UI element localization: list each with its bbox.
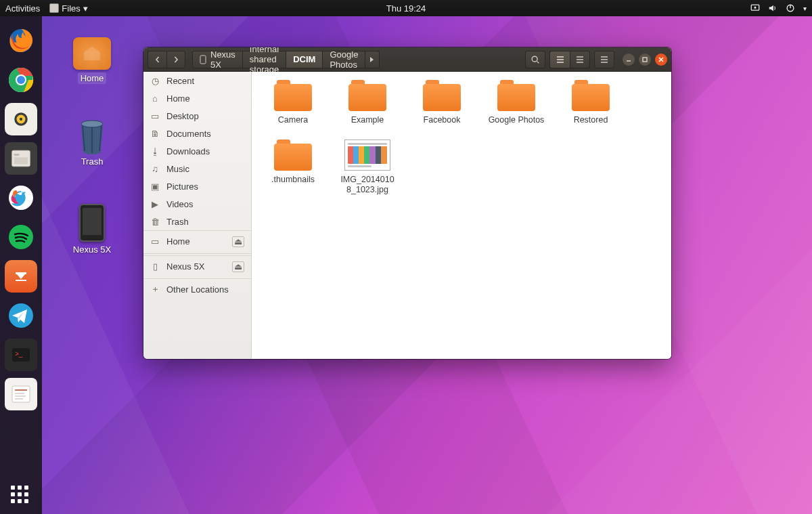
- sidebar-item-home-drive[interactable]: ▭Home⏏: [143, 230, 251, 252]
- svg-text:>_: >_: [15, 350, 23, 358]
- close-button[interactable]: [655, 53, 667, 66]
- clock[interactable]: Thu 19:24: [386, 3, 426, 14]
- path-more[interactable]: [365, 51, 380, 68]
- file-img[interactable]: IMG_20140108_1023.jpg: [338, 140, 397, 196]
- svg-rect-17: [16, 280, 26, 281]
- dock-firefox[interactable]: [5, 24, 37, 57]
- desktop-trash[interactable]: Trash: [68, 121, 116, 167]
- sidebar-item-desktop[interactable]: ▭Desktop: [143, 107, 251, 125]
- path-storage-label: Internal shared storage: [250, 47, 279, 74]
- files-window: Nexus 5X Internal shared storage DCIM Go…: [143, 47, 671, 359]
- phone-icon: ▯: [150, 261, 160, 272]
- svg-rect-13: [14, 154, 20, 156]
- dock-terminal[interactable]: >_: [5, 339, 37, 371]
- search-button[interactable]: [525, 51, 545, 68]
- pathbar: Nexus 5X Internal shared storage DCIM Go…: [192, 51, 380, 68]
- sidebar-label: Documents: [166, 129, 211, 139]
- sidebar-label: Videos: [166, 199, 194, 209]
- path-gphotos[interactable]: Google Photos: [323, 51, 365, 68]
- screen-icon[interactable]: [750, 3, 760, 13]
- dock-corebird[interactable]: [5, 181, 37, 214]
- sidebar-item-documents[interactable]: 🗎Documents: [143, 125, 251, 142]
- dock-rhythmbox[interactable]: [5, 103, 37, 135]
- desktop-phone-label: Nexus 5X: [73, 244, 111, 255]
- folder-label: Restored: [574, 115, 608, 126]
- trash-icon: [73, 121, 111, 154]
- folder-label: Google Photos: [489, 115, 545, 126]
- folder-restored[interactable]: Restored: [562, 80, 620, 126]
- content-area[interactable]: Camera Example Facebook Google Photos Re…: [252, 72, 671, 359]
- path-gphotos-label: Google Photos: [330, 49, 358, 70]
- path-dcim[interactable]: DCIM: [286, 51, 323, 68]
- path-device[interactable]: Nexus 5X: [192, 51, 243, 68]
- dock-software[interactable]: [5, 260, 37, 293]
- svg-point-8: [17, 76, 25, 84]
- minimize-button[interactable]: [623, 53, 635, 66]
- dock-todo[interactable]: [5, 378, 37, 410]
- hamburger-button[interactable]: [594, 51, 614, 68]
- desktop-icons: Home Trash Nexus 5X: [68, 37, 116, 255]
- activities-button[interactable]: Activities: [5, 3, 40, 14]
- view-menu-button[interactable]: [570, 51, 590, 68]
- folder-google-photos[interactable]: Google Photos: [487, 80, 545, 126]
- dock-spotify[interactable]: [5, 221, 37, 253]
- power-icon[interactable]: [786, 3, 795, 13]
- svg-rect-14: [14, 157, 28, 164]
- svg-rect-41: [643, 58, 647, 62]
- folder-facebook[interactable]: Facebook: [413, 80, 471, 126]
- clock-icon: ◷: [150, 76, 160, 86]
- dock-files[interactable]: [5, 142, 37, 175]
- plus-icon: ＋: [150, 283, 160, 295]
- folder-icon: [274, 80, 312, 111]
- sidebar-item-trash[interactable]: 🗑Trash: [143, 213, 251, 230]
- forward-button[interactable]: [166, 51, 185, 68]
- show-applications[interactable]: [11, 486, 28, 503]
- desktop-home[interactable]: Home: [68, 37, 116, 84]
- sidebar-item-downloads[interactable]: ⭳Downloads: [143, 142, 251, 160]
- folder-thumbnails[interactable]: .thumbnails: [264, 140, 322, 196]
- trash-icon: 🗑: [150, 217, 160, 227]
- desktop-home-label: Home: [78, 72, 107, 84]
- folder-icon: [348, 80, 386, 111]
- list-view-button[interactable]: [549, 51, 570, 68]
- titlebar[interactable]: Nexus 5X Internal shared storage DCIM Go…: [143, 47, 671, 72]
- video-icon: ▶: [150, 199, 160, 209]
- maximize-button[interactable]: [639, 53, 651, 66]
- volume-icon[interactable]: [768, 3, 777, 13]
- folder-icon: [572, 80, 610, 111]
- folder-camera[interactable]: Camera: [264, 80, 322, 126]
- back-button[interactable]: [148, 51, 166, 68]
- dock-telegram[interactable]: [5, 299, 37, 332]
- dock-chrome[interactable]: [5, 64, 37, 96]
- folder-label: Facebook: [424, 115, 461, 126]
- sidebar-label: Trash: [166, 217, 189, 227]
- sidebar-item-pictures[interactable]: ▣Pictures: [143, 177, 251, 195]
- sidebar-item-nexus[interactable]: ▯Nexus 5X⏏: [143, 255, 251, 277]
- desktop-trash-label: Trash: [81, 156, 104, 167]
- folder-label: Example: [351, 115, 384, 126]
- sidebar-label: Recent: [166, 76, 194, 86]
- chevron-down-icon[interactable]: ▾: [803, 5, 807, 12]
- phone-icon: [79, 204, 105, 242]
- path-storage[interactable]: Internal shared storage: [243, 51, 286, 68]
- home-folder-icon: [73, 37, 111, 70]
- sidebar-item-recent[interactable]: ◷Recent: [143, 72, 251, 89]
- folder-icon: [423, 80, 461, 111]
- path-device-label: Nexus 5X: [210, 49, 235, 70]
- sidebar-item-videos[interactable]: ▶Videos: [143, 195, 251, 213]
- folder-label: Camera: [278, 115, 308, 126]
- path-dcim-label: DCIM: [293, 54, 315, 64]
- sidebar-item-other[interactable]: ＋Other Locations: [143, 280, 251, 298]
- view-buttons: [549, 51, 590, 68]
- eject-button[interactable]: ⏏: [232, 236, 244, 247]
- folder-example[interactable]: Example: [338, 80, 397, 126]
- phone-icon: [200, 55, 206, 64]
- sidebar-item-music[interactable]: ♫Music: [143, 160, 251, 177]
- app-menu[interactable]: Files ▾: [49, 3, 87, 14]
- top-bar: Activities Files ▾ Thu 19:24 ▾: [0, 0, 812, 16]
- eject-button[interactable]: ⏏: [232, 261, 244, 272]
- window-controls: [623, 53, 667, 66]
- desktop-phone[interactable]: Nexus 5X: [68, 204, 116, 255]
- sidebar-item-home[interactable]: ⌂Home: [143, 89, 251, 107]
- dock: >_: [0, 16, 42, 514]
